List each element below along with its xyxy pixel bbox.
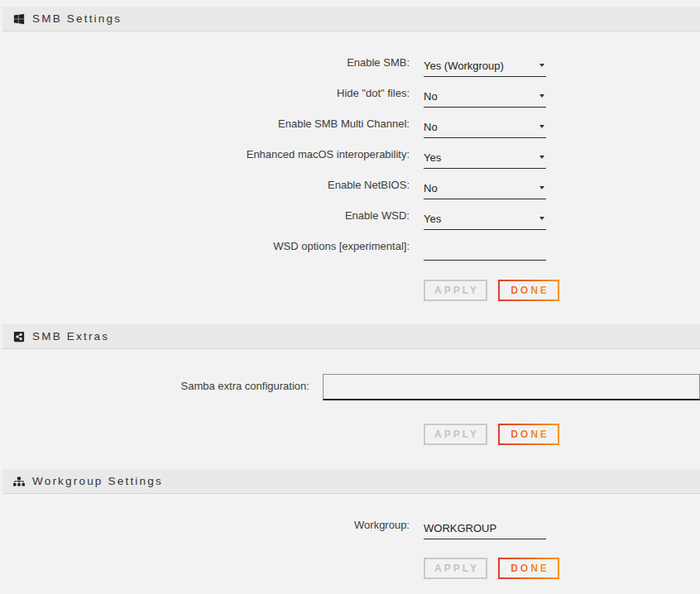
- section-title: SMB Settings: [32, 12, 122, 25]
- done-button-label: DONE: [511, 429, 549, 440]
- apply-button[interactable]: APPLY: [424, 558, 487, 579]
- smb-extras-buttons: APPLY DONE: [424, 424, 700, 445]
- workgroup-settings-header: Workgroup Settings: [2, 469, 700, 494]
- macos-interoperability-select[interactable]: Yes: [424, 151, 546, 169]
- done-button-label: DONE: [511, 563, 549, 574]
- select-value: No: [424, 182, 438, 194]
- done-button[interactable]: DONE: [498, 558, 559, 579]
- field-label: Enable NetBIOS:: [0, 179, 410, 199]
- form-row: Enable NetBIOS: No: [0, 169, 700, 199]
- field-label: Enhanced macOS interoperability:: [0, 148, 410, 169]
- field-label: Enable SMB:: [0, 56, 410, 77]
- chevron-down-icon: [539, 94, 544, 98]
- enable-netbios-select[interactable]: No: [424, 182, 546, 199]
- apply-button-label: APPLY: [434, 285, 479, 296]
- form-row: Enable WSD: Yes: [0, 199, 700, 230]
- workgroup-form: Workgroup:: [0, 494, 700, 539]
- field-label: Enable WSD:: [0, 209, 410, 230]
- apply-button-label: APPLY: [434, 563, 479, 574]
- field-label: WSD options [experimental]:: [0, 240, 410, 261]
- samba-extra-config-textarea[interactable]: [323, 374, 700, 400]
- apply-button[interactable]: APPLY: [424, 280, 487, 301]
- select-value: Yes (Workgroup): [424, 60, 504, 72]
- chevron-down-icon: [539, 217, 544, 220]
- form-row: Enhanced macOS interoperability: Yes: [0, 138, 700, 169]
- share-icon: [13, 331, 25, 343]
- form-row: WSD options [experimental]:: [0, 230, 700, 261]
- select-value: No: [424, 90, 438, 103]
- done-button[interactable]: DONE: [498, 424, 559, 445]
- smb-settings-form: Enable SMB: Yes (Workgroup) Hide "dot" f…: [0, 31, 700, 261]
- select-value: No: [424, 121, 438, 133]
- form-row: Enable SMB: Yes (Workgroup): [0, 46, 700, 77]
- sitemap-icon: [13, 476, 25, 487]
- field-label: Samba extra configuration:: [0, 374, 309, 392]
- chevron-down-icon: [539, 186, 544, 189]
- workgroup-input[interactable]: [424, 522, 546, 539]
- enable-smb-select[interactable]: Yes (Workgroup): [424, 60, 546, 77]
- wsd-options-input[interactable]: [424, 243, 546, 261]
- workgroup-buttons: APPLY DONE: [424, 558, 700, 579]
- smb-settings-buttons: APPLY DONE: [424, 280, 700, 301]
- form-row: Enable SMB Multi Channel: No: [0, 108, 700, 138]
- done-button[interactable]: DONE: [498, 280, 559, 301]
- enable-wsd-select[interactable]: Yes: [424, 213, 546, 230]
- section-title: SMB Extras: [32, 330, 109, 343]
- smb-multi-channel-select[interactable]: No: [424, 121, 546, 138]
- smb-extras-header: SMB Extras: [2, 324, 700, 349]
- form-row: Workgroup:: [0, 509, 700, 539]
- done-button-label: DONE: [511, 285, 549, 296]
- apply-button[interactable]: APPLY: [424, 424, 487, 445]
- chevron-down-icon: [539, 156, 544, 159]
- select-value: Yes: [424, 151, 441, 164]
- chevron-down-icon: [539, 125, 544, 128]
- section-title: Workgroup Settings: [32, 475, 163, 487]
- chevron-down-icon: [539, 64, 544, 67]
- hide-dot-files-select[interactable]: No: [424, 90, 546, 108]
- smb-extras-form: Samba extra configuration:: [0, 374, 700, 400]
- apply-button-label: APPLY: [434, 429, 479, 440]
- field-label: Hide "dot" files:: [0, 87, 410, 108]
- smb-settings-header: SMB Settings: [2, 7, 700, 31]
- select-value: Yes: [424, 213, 441, 225]
- field-label: Enable SMB Multi Channel:: [0, 117, 410, 138]
- windows-icon: [13, 13, 25, 25]
- field-label: Workgroup:: [0, 519, 410, 539]
- form-row: Hide "dot" files: No: [0, 77, 700, 108]
